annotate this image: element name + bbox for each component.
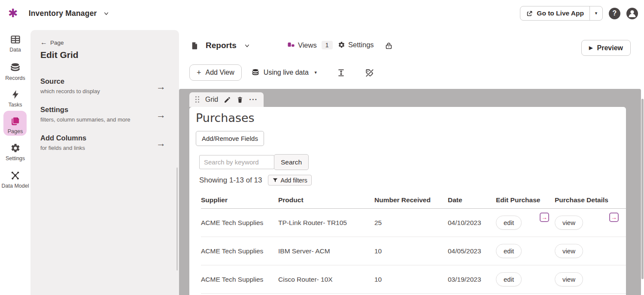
- pages-icon: [10, 116, 21, 126]
- topbar-actions: Go to Live App ▼ ?: [520, 6, 638, 21]
- sidebar-label-data: Data: [9, 47, 21, 53]
- arrow-right-icon: →: [156, 138, 166, 149]
- lock-icon: [385, 41, 393, 50]
- page-selector[interactable]: Reports: [191, 41, 250, 50]
- edit-pencil-icon[interactable]: [224, 96, 231, 103]
- arrow-right-icon: →: [611, 214, 617, 220]
- settings-title: Settings: [40, 106, 169, 114]
- sidebar-item-records[interactable]: Records: [0, 62, 30, 81]
- panel-item-add-columns[interactable]: Add Columns for fields and links →: [40, 123, 169, 151]
- purchases-table: Supplier Product Number Received Date Ed…: [189, 192, 626, 294]
- search-button[interactable]: Search: [274, 154, 309, 170]
- gear-icon: [338, 41, 345, 49]
- cell-number-received: 10: [374, 276, 448, 283]
- panel-item-source[interactable]: Source which records to display →: [40, 66, 169, 94]
- sidebar-item-tasks[interactable]: Tasks: [0, 89, 30, 108]
- drag-handle-icon[interactable]: [195, 96, 200, 103]
- more-options-icon[interactable]: ···: [249, 95, 258, 104]
- add-view-button[interactable]: + Add View: [189, 64, 242, 81]
- main-area: Reports Views 1 Settings ▶ Preview +: [179, 27, 644, 295]
- page-settings-button[interactable]: Settings: [338, 41, 374, 49]
- app-title-dropdown[interactable]: [103, 10, 109, 17]
- clear-style-button[interactable]: [365, 68, 374, 78]
- database-icon: [251, 68, 260, 77]
- cell-supplier: ACME Tech Supplies: [201, 247, 278, 255]
- page-name: Reports: [206, 41, 237, 50]
- view-button[interactable]: view: [555, 216, 583, 230]
- arrow-right-icon: →: [541, 214, 547, 220]
- views-label: Views: [298, 41, 317, 49]
- cell-date: 04/10/2023: [448, 219, 496, 227]
- lock-button[interactable]: [385, 41, 393, 52]
- external-link-icon: [526, 10, 533, 17]
- fit-height-button[interactable]: [337, 68, 346, 77]
- search-input[interactable]: [199, 155, 274, 169]
- table-row: ACME Tech Supplies IBM Server- ACM 10 04…: [201, 237, 626, 265]
- back-arrow-icon: ←: [40, 39, 47, 46]
- back-label: Page: [50, 40, 64, 46]
- showing-count-text: Showing 1-13 of 13: [199, 176, 262, 185]
- live-app-dropdown-caret[interactable]: ▼: [589, 6, 602, 20]
- page-canvas: Grid ··· Purchases Add/Remove Fields Sea…: [179, 89, 641, 295]
- sidebar-item-settings[interactable]: Settings: [0, 143, 30, 161]
- table-icon: [10, 34, 21, 45]
- edit-action-jump-badge[interactable]: →: [540, 213, 549, 222]
- sidebar-item-data[interactable]: Data: [0, 34, 30, 53]
- settings-subtitle: filters, column summaries, and more: [40, 116, 169, 123]
- views-count-badge: 1: [322, 41, 333, 49]
- page-header-row: Reports Views 1 Settings: [191, 41, 633, 50]
- help-button[interactable]: ?: [609, 8, 620, 19]
- page-settings-label: Settings: [348, 41, 374, 49]
- data-mode-dropdown[interactable]: Using live data ▼: [251, 68, 318, 77]
- panel-item-settings[interactable]: Settings filters, column summaries, and …: [40, 94, 169, 123]
- cell-supplier: ACME Tech Supplies: [201, 276, 278, 283]
- grid-title: Purchases: [196, 111, 626, 125]
- app-logo-asterisk-icon: ✱: [8, 8, 18, 19]
- view-button[interactable]: view: [555, 244, 583, 258]
- sidebar-item-pages[interactable]: Pages: [0, 116, 30, 134]
- table-header-row: Supplier Product Number Received Date Ed…: [201, 192, 626, 209]
- grid-component-tab[interactable]: Grid ···: [189, 92, 264, 107]
- table-row: ACME Tech Supplies Cisco Router- 10X 10 …: [201, 265, 626, 294]
- table-body: ACME Tech Supplies TP-Link Router- TR105…: [201, 209, 626, 294]
- col-header-number-received: Number Received: [374, 196, 448, 204]
- editor-panel: ← Page Edit Grid Source which records to…: [30, 30, 179, 295]
- trash-icon[interactable]: [237, 96, 243, 103]
- sidebar-label-settings: Settings: [6, 155, 25, 161]
- cell-product: IBM Server- ACM: [278, 247, 374, 255]
- view-button[interactable]: view: [555, 272, 583, 286]
- lightning-icon: [10, 89, 21, 100]
- edit-button[interactable]: edit: [496, 244, 522, 258]
- file-icon: [191, 41, 199, 50]
- col-header-supplier: Supplier: [201, 196, 278, 204]
- chevron-down-icon: [244, 43, 250, 49]
- sidebar-item-data-model[interactable]: Data Model: [0, 170, 30, 189]
- database-icon: [10, 62, 21, 73]
- chevron-down-icon: [103, 10, 109, 17]
- back-to-page-link[interactable]: ← Page: [40, 39, 179, 46]
- panel-scrollbar[interactable]: [176, 167, 178, 271]
- cell-number-received: 25: [374, 219, 448, 227]
- cell-date: 03/19/2023: [448, 276, 496, 283]
- canvas-scrollbar-track[interactable]: [641, 89, 644, 295]
- details-action-jump-badge[interactable]: →: [609, 213, 619, 222]
- add-remove-fields-button[interactable]: Add/Remove Fields: [196, 131, 264, 146]
- go-to-live-app-button[interactable]: Go to Live App: [520, 6, 589, 20]
- caret-down-icon: ▼: [314, 70, 318, 75]
- views-icon: [287, 41, 295, 49]
- arrow-right-icon: →: [156, 81, 166, 92]
- go-to-live-app-label: Go to Live App: [537, 9, 584, 17]
- canvas-scrollbar-thumb[interactable]: [641, 99, 644, 279]
- go-to-live-app-split-button: Go to Live App ▼: [520, 6, 603, 21]
- style-off-tag-icon: [365, 68, 374, 78]
- edit-button[interactable]: edit: [496, 216, 522, 230]
- cell-product: Cisco Router- 10X: [278, 276, 374, 283]
- grid-tab-label: Grid: [205, 96, 218, 103]
- account-avatar[interactable]: [626, 8, 638, 19]
- preview-button[interactable]: ▶ Preview: [581, 40, 631, 56]
- table-row: ACME Tech Supplies TP-Link Router- TR105…: [201, 209, 626, 237]
- add-filters-button[interactable]: Add filters: [268, 175, 312, 186]
- edit-button[interactable]: edit: [496, 272, 522, 286]
- view-toolbar-row: + Add View Using live data ▼: [189, 64, 374, 81]
- views-toggle[interactable]: Views 1: [287, 41, 333, 49]
